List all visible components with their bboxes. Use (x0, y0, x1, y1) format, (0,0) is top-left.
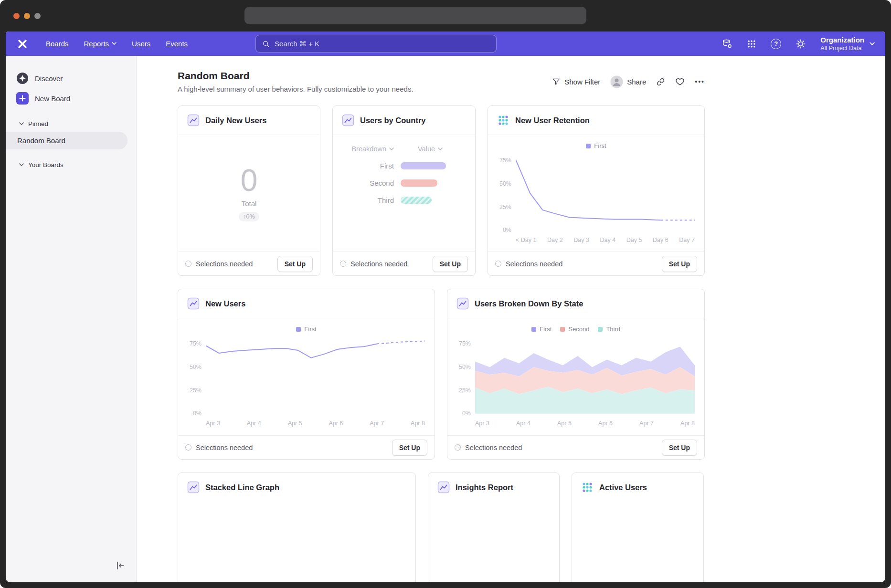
help-icon[interactable]: ? (771, 39, 781, 49)
breakdown-dropdown[interactable]: Breakdown (339, 145, 394, 153)
status-label: Selections needed (506, 260, 562, 268)
x-tick: Apr 7 (370, 420, 384, 427)
settings-gear-icon[interactable] (796, 39, 806, 49)
legend-label: First (304, 326, 316, 333)
legend-item: First (586, 142, 606, 149)
org-switcher[interactable]: Organization All Project Data (820, 35, 875, 52)
apps-grid-icon[interactable] (747, 39, 756, 49)
search-icon (262, 40, 270, 48)
status-circle-icon (495, 261, 501, 267)
mixpanel-logo-icon[interactable] (17, 39, 28, 49)
chart-icon (437, 481, 450, 494)
favorite-heart-icon[interactable] (675, 77, 685, 86)
status: Selections needed (495, 260, 562, 268)
set-up-button[interactable]: Set Up (662, 440, 697, 456)
sidebar-item-random-board[interactable]: Random Board (6, 132, 127, 149)
y-axis: 75% 50% 25% 0% (188, 339, 206, 415)
titlebar-tab[interactable] (244, 7, 586, 24)
nav-item-label: Events (166, 40, 188, 48)
card-users-by-state: Users Broken Down By State First Second … (447, 289, 705, 460)
show-filter-button[interactable]: Show Filter (552, 77, 600, 86)
cards-row-3: Stacked Line Graph Insights Report (178, 472, 705, 582)
board-actions: Show Filter Share (552, 75, 705, 88)
nav-item-label: Users (132, 40, 150, 48)
minimize-button[interactable] (24, 13, 30, 19)
avatar[interactable] (610, 75, 623, 88)
value-dropdown[interactable]: Value (418, 145, 463, 153)
y-axis: 75% 50% 25% 0% (457, 339, 475, 415)
dropdown-label: Breakdown (351, 145, 386, 153)
board-item-label: Random Board (17, 136, 65, 145)
sidebar-item-discover[interactable]: Discover (6, 68, 136, 88)
page-subtitle: A high-level summary of user behaviors. … (178, 85, 414, 93)
new-users-line-chart (206, 339, 425, 415)
metric-body: 0 Total ↑0% (178, 135, 320, 252)
status-circle-icon (185, 444, 191, 451)
chevron-down-icon (438, 147, 443, 151)
nav-item-boards[interactable]: Boards (38, 40, 76, 48)
stacked-area-chart (475, 339, 695, 415)
x-tick: Apr 3 (206, 420, 220, 427)
search-box[interactable] (255, 35, 497, 52)
nav-item-reports[interactable]: Reports (76, 40, 125, 48)
status: Selections needed (340, 260, 407, 268)
dropdown-label: Value (418, 145, 435, 153)
search-input[interactable] (275, 40, 490, 48)
metric-delta: ↑0% (239, 212, 259, 221)
y-tick: 0% (462, 410, 471, 417)
card-users-by-country: Users by Country Breakdown Value (332, 105, 476, 276)
page-title: Random Board (178, 70, 414, 82)
chart-body: First 75% 50% 25% 0% (488, 135, 704, 252)
y-tick: 75% (190, 340, 202, 347)
x-tick: Apr 3 (475, 420, 489, 427)
status: Selections needed (455, 444, 522, 452)
legend-swatch (586, 144, 591, 148)
status: Selections needed (185, 260, 253, 268)
zoom-button[interactable] (34, 13, 41, 19)
status-circle-icon (340, 261, 346, 267)
more-options-icon[interactable]: ••• (695, 78, 705, 85)
sidebar-item-new-board[interactable]: New Board (6, 88, 136, 108)
x-tick: Apr 4 (516, 420, 530, 427)
close-button[interactable] (13, 13, 20, 19)
metric-label: Total (242, 200, 257, 208)
plus-icon (16, 92, 29, 105)
chart-icon (187, 297, 200, 310)
bar-label: Third (339, 196, 394, 204)
metric-value: 0 (241, 165, 258, 196)
card-new-user-retention: New User Retention First 75% 50% (488, 105, 705, 276)
x-tick: < Day 1 (516, 237, 536, 243)
share-button[interactable]: Share (627, 78, 646, 86)
x-tick: Apr 6 (598, 420, 613, 427)
x-tick: Day 2 (547, 237, 563, 243)
sidebar-section-pinned[interactable]: Pinned (6, 116, 136, 132)
cards-row-1: Daily New Users 0 Total ↑0% Selections n… (178, 105, 705, 276)
copy-link-icon[interactable] (656, 77, 665, 86)
x-tick: Apr 4 (247, 420, 261, 427)
set-up-button[interactable]: Set Up (662, 256, 697, 272)
sidebar-section-your-boards[interactable]: Your Boards (6, 157, 136, 173)
card-title: New User Retention (515, 116, 590, 125)
data-management-icon[interactable] (722, 39, 732, 49)
dot-grid-icon (497, 114, 509, 126)
x-axis: Apr 3Apr 4Apr 5Apr 6Apr 7Apr 8 (206, 420, 425, 427)
set-up-button[interactable]: Set Up (433, 256, 468, 272)
legend-label: Second (568, 326, 589, 333)
chart-body: First 75% 50% 25% 0% (178, 318, 435, 435)
org-subtitle: All Project Data (820, 45, 864, 52)
y-tick: 25% (499, 204, 511, 210)
main-area: Random Board A high-level summary of use… (137, 56, 885, 582)
y-tick: 25% (459, 387, 471, 394)
nav-item-events[interactable]: Events (158, 40, 195, 48)
nav-item-users[interactable]: Users (124, 40, 158, 48)
card-title: Daily New Users (205, 116, 266, 125)
nav-item-label: Reports (84, 40, 109, 48)
set-up-button[interactable]: Set Up (277, 256, 313, 272)
legend-item: First (296, 326, 316, 333)
nav-right: ? Organization All Project Data (722, 35, 875, 52)
set-up-button[interactable]: Set Up (392, 440, 427, 456)
collapse-sidebar-icon[interactable] (115, 560, 126, 573)
y-tick: 25% (190, 387, 202, 394)
card-title: Insights Report (456, 483, 513, 492)
nav-items: Boards Reports Users Events (38, 40, 195, 48)
